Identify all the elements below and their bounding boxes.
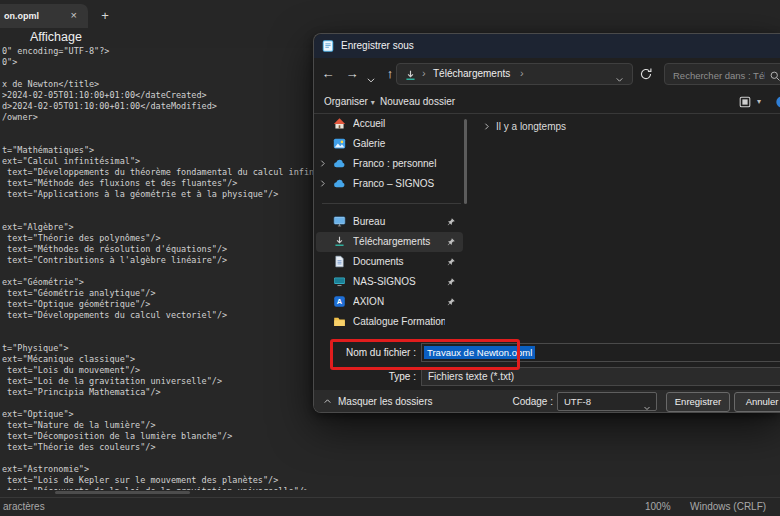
tab-close-icon[interactable]: ×: [71, 4, 77, 28]
editor-line: text="Lois de Kepler sur le mouvement de…: [2, 475, 780, 486]
search-box[interactable]: [664, 63, 780, 85]
document-icon: [333, 255, 346, 268]
sidebar-separator: [322, 203, 461, 204]
home-icon: [333, 117, 346, 130]
breadcrumb-separator: ›: [422, 64, 426, 84]
search-input[interactable]: [671, 65, 767, 85]
dialog-nav-row: ← → ↑ › Téléchargements ›: [314, 58, 780, 91]
filename-input[interactable]: Travaux de Newton.opml: [421, 343, 780, 362]
sidebar-item-label: Catalogue Formation Logiciels: [353, 312, 445, 332]
editor-line: ext="Astronomie">: [2, 464, 780, 475]
sidebar-item-franco-personnel[interactable]: Franco : personnel: [316, 154, 463, 174]
status-bar: aractères 100% Windows (CRLF): [0, 497, 780, 516]
encoding-label: Codage :: [494, 390, 553, 413]
editor-line: text="Nature de la lumière"/>: [2, 420, 780, 431]
address-dropdown-chevron-icon[interactable]: [615, 70, 624, 79]
hide-folders-button[interactable]: Masquer les dossiers: [323, 390, 432, 413]
sidebar-item-documents[interactable]: Documents: [316, 252, 463, 272]
file-group-header[interactable]: Il y a longtemps: [482, 119, 566, 135]
sidebar-item-label: NAS-SIGNOS: [353, 272, 445, 292]
filetype-dropdown[interactable]: Fichiers texte (*.txt): [421, 367, 780, 386]
sidebar-item-label: Bureau: [353, 212, 445, 232]
dialog-toolbar: Organiser ▾ Nouveau dossier ▾ ?: [314, 91, 780, 114]
sidebar-item-label: Franco : personnel: [353, 154, 445, 174]
sidebar-item-accueil[interactable]: Accueil: [316, 114, 463, 134]
filename-selected-text: Travaux de Newton.opml: [424, 346, 535, 359]
editor-line: text="Décomposition de la lumière blanch…: [2, 431, 780, 442]
cloud-icon: [333, 157, 346, 170]
breadcrumb-location[interactable]: Téléchargements: [433, 64, 510, 84]
breadcrumb-separator: ›: [520, 64, 524, 84]
help-icon[interactable]: ?: [775, 95, 780, 109]
recent-locations-chevron-icon[interactable]: [366, 71, 376, 81]
search-icon: [769, 68, 780, 80]
editor-line: text="Théorie des couleurs"/>: [2, 442, 780, 453]
hide-folders-label: Masquer les dossiers: [338, 396, 432, 407]
address-bar[interactable]: › Téléchargements ›: [396, 63, 633, 85]
save-as-dialog: Enregistrer sous ← → ↑ › Téléchargements…: [313, 33, 780, 413]
dialog-title-bar: Enregistrer sous: [314, 34, 780, 58]
encoding-dropdown[interactable]: UTF-8: [557, 392, 657, 411]
refresh-icon[interactable]: [639, 67, 653, 81]
dialog-content: AccueilGalerieFranco : personnelFranco –…: [314, 114, 780, 342]
folder-icon: [333, 315, 346, 328]
sidebar-scrollbar[interactable]: [464, 119, 467, 204]
filetype-label: Type :: [314, 366, 416, 388]
cloud-icon: [333, 177, 346, 190]
sidebar-item-galerie[interactable]: Galerie: [316, 134, 463, 154]
axion-icon: A: [333, 295, 346, 308]
tab-document[interactable]: on.opml ×: [0, 4, 88, 28]
new-folder-button[interactable]: Nouveau dossier: [380, 91, 455, 113]
dialog-footer: Masquer les dossiers Codage : UTF-8 Enre…: [314, 390, 780, 413]
encoding-chevron-icon: [643, 398, 651, 406]
pin-icon: [446, 217, 456, 227]
sidebar-item-franco-signos[interactable]: Franco – SIGNOS: [316, 174, 463, 194]
filename-label: Nom du fichier :: [314, 342, 416, 364]
sidebar-item-t-l-chargements[interactable]: Téléchargements: [316, 232, 463, 252]
filetype-value: Fichiers texte (*.txt): [428, 368, 514, 385]
screen: on.opml × + Affichage 0" encoding="UTF-8…: [0, 0, 780, 516]
expand-chevron-icon[interactable]: [318, 159, 327, 168]
editor-line: [2, 453, 780, 464]
organiser-button[interactable]: Organiser ▾: [324, 91, 375, 113]
chevron-up-icon: [323, 391, 332, 400]
group-label: Il y a longtemps: [496, 121, 566, 132]
navigation-pane: AccueilGalerieFranco : personnelFranco –…: [314, 114, 469, 342]
file-list-pane[interactable]: Il y a longtemps: [472, 114, 780, 342]
sidebar-item-axion[interactable]: AAXION: [316, 292, 463, 312]
menu-affichage[interactable]: Affichage: [30, 28, 82, 48]
download-icon: [333, 235, 346, 248]
status-zoom-level: 100%: [645, 498, 671, 516]
view-options-icon[interactable]: [738, 95, 752, 109]
pin-icon: [446, 237, 456, 247]
sidebar-item-label: Franco – SIGNOS: [353, 174, 445, 194]
organiser-label: Organiser: [324, 96, 368, 107]
save-button[interactable]: Enregistrer: [666, 392, 730, 412]
downloads-icon: [404, 68, 417, 81]
sidebar-item-bureau[interactable]: Bureau: [316, 212, 463, 232]
sidebar-item-nas-signos[interactable]: NAS-SIGNOS: [316, 272, 463, 292]
forward-button[interactable]: →: [342, 58, 362, 91]
encoding-value: UTF-8: [564, 393, 591, 410]
svg-text:A: A: [337, 297, 343, 306]
pin-icon: [446, 277, 456, 287]
sidebar-item-label: Accueil: [353, 114, 445, 134]
new-tab-button[interactable]: +: [95, 4, 115, 28]
expand-chevron-icon[interactable]: [318, 179, 327, 188]
pin-icon: [446, 297, 456, 307]
sidebar-item-catalogue-formation-logiciels[interactable]: Catalogue Formation Logiciels: [316, 312, 463, 332]
sidebar-item-label: AXION: [353, 292, 445, 312]
cancel-button[interactable]: Annuler: [734, 392, 780, 412]
view-caret-icon[interactable]: ▾: [757, 95, 761, 109]
back-button[interactable]: ←: [318, 58, 338, 91]
sidebar-item-label: Documents: [353, 252, 445, 272]
caret-down-icon: ▾: [371, 98, 375, 107]
notepad-app-icon: [321, 39, 335, 53]
group-chevron-icon: [482, 120, 491, 129]
dialog-title: Enregistrer sous: [341, 34, 414, 58]
notepad-tab-bar: on.opml × +: [0, 0, 780, 28]
sidebar-item-label: Galerie: [353, 134, 445, 154]
horizontal-scrollbar[interactable]: [55, 491, 190, 494]
status-line-ending: Windows (CRLF): [690, 498, 766, 516]
sidebar-item-label: Téléchargements: [353, 232, 445, 252]
